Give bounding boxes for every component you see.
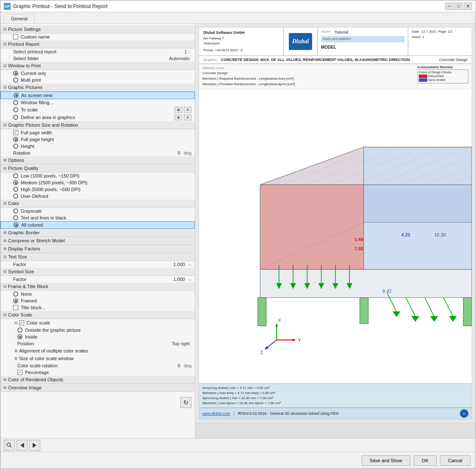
options-header[interactable]: ⊞ Options xyxy=(0,156,195,164)
minimize-button[interactable]: ─ xyxy=(445,3,454,10)
outside-radio[interactable] xyxy=(17,327,22,333)
color-rendered-header[interactable]: ⊞ Color of Rendered Objects xyxy=(0,376,195,384)
user-defined-radio[interactable] xyxy=(13,194,18,199)
to-scale-radio[interactable] xyxy=(13,107,18,112)
text-lines-item[interactable]: Text and lines in black xyxy=(0,214,195,221)
height-radio[interactable] xyxy=(13,144,18,149)
define-area-radio[interactable] xyxy=(13,115,18,120)
ok-button[interactable]: OK xyxy=(414,455,437,466)
picture-quality-header[interactable]: ⊟ Picture Quality xyxy=(0,164,195,172)
back-tool-button[interactable] xyxy=(17,440,28,451)
grayscale-label: Grayscale xyxy=(21,208,191,214)
text-size-header[interactable]: ⊟ Text Size xyxy=(0,253,195,261)
printout-report-header[interactable]: ⊟ Printout Report xyxy=(0,40,195,48)
medium-quality-radio[interactable] xyxy=(13,180,18,185)
color-scale-checkbox[interactable] xyxy=(19,320,24,325)
to-scale-item[interactable]: To scale ⊞ ✕ xyxy=(0,106,195,114)
full-page-width-checkbox[interactable] xyxy=(13,130,18,135)
title-block-item[interactable]: Title block... xyxy=(0,304,195,311)
graphic-section: Concrete Design xyxy=(439,58,468,62)
graphic-pictures-header[interactable]: ⊟ Graphic Pictures xyxy=(0,83,195,92)
full-page-height-radio[interactable] xyxy=(13,137,18,142)
close-button[interactable]: ✕ xyxy=(464,3,472,10)
low-quality-item[interactable]: Low (1000 pixels, ~150 DPI) xyxy=(0,172,195,179)
none-item[interactable]: None xyxy=(0,291,195,297)
refresh-button[interactable]: ↻ xyxy=(180,397,191,408)
alignment-item[interactable]: ⊞ Alignment of multiple color scales xyxy=(0,347,195,355)
inside-radio[interactable] xyxy=(17,334,22,339)
inside-item[interactable]: Inside xyxy=(0,333,195,340)
low-quality-radio[interactable] xyxy=(13,173,18,178)
color-scale-header[interactable]: ⊟ Color Scale xyxy=(0,311,195,319)
define-area-btn1[interactable]: ⊞ xyxy=(174,114,182,120)
sheet-label: Sheet xyxy=(412,35,421,40)
as-screen-view-item[interactable]: As screen view xyxy=(0,92,195,99)
color-header[interactable]: ⊟ Color xyxy=(0,200,195,208)
window-filling-item[interactable]: Window filling... xyxy=(0,99,195,106)
expand-icon: ⊟ xyxy=(2,283,8,289)
expand-icon: ⊟ xyxy=(2,312,8,318)
medium-quality-item[interactable]: Medium (2500 pixels, ~300 DPI) xyxy=(0,179,195,186)
framed-radio[interactable] xyxy=(13,298,18,303)
graphic-border-header[interactable]: ⊞ Graphic Border xyxy=(0,229,195,237)
grayscale-radio[interactable] xyxy=(13,208,18,214)
text-factor-label: Factor xyxy=(13,262,173,267)
tab-general[interactable]: General xyxy=(4,14,35,23)
visibility-item2: Members | Required Reinforcement - Longi… xyxy=(202,76,418,82)
high-quality-radio[interactable] xyxy=(13,187,18,192)
graphic-pictures-label: Graphic Pictures xyxy=(8,85,193,90)
to-scale-btn2[interactable]: ✕ xyxy=(184,107,191,113)
multi-print-radio[interactable] xyxy=(13,78,18,83)
picture-quality-group: ⊟ Picture Quality Low (1000 pixels, ~150… xyxy=(0,164,195,200)
color-scale-item[interactable]: ⊟ Color scale xyxy=(0,319,195,327)
high-quality-item[interactable]: High (5000 pixels, ~600 DPI) xyxy=(0,186,195,193)
picture-settings-header[interactable]: ⊟ Picture Settings xyxy=(0,25,195,33)
status-software: RFEM 6.02.0016 - General 3D structures s… xyxy=(238,411,338,416)
search-tool-button[interactable] xyxy=(4,440,15,451)
grayscale-item[interactable]: Grayscale xyxy=(0,208,195,214)
height-item[interactable]: Height xyxy=(0,143,195,150)
text-lines-radio[interactable] xyxy=(13,215,18,220)
legend-subtitle: Colors of Design Checks xyxy=(419,71,467,74)
forward-tool-button[interactable] xyxy=(29,440,40,451)
multi-print-item[interactable]: Multi print xyxy=(0,77,195,83)
full-page-height-item[interactable]: Full page height xyxy=(0,136,195,143)
all-colored-item[interactable]: All colored xyxy=(0,221,195,229)
frame-title-header[interactable]: ⊟ Frame & Title Block xyxy=(0,283,195,291)
none-radio[interactable] xyxy=(13,291,18,297)
compress-stretch-header[interactable]: ⊞ Compress or Stretch Model xyxy=(0,237,195,245)
define-area-item[interactable]: Define an area in graphics ⊞ ✕ xyxy=(0,114,195,121)
full-page-width-item[interactable]: Full page width xyxy=(0,129,195,136)
title-block-checkbox[interactable] xyxy=(13,305,18,310)
maximize-button[interactable]: □ xyxy=(454,3,463,10)
percentage-item[interactable]: Percentage xyxy=(0,369,195,376)
window-filling-radio[interactable] xyxy=(13,100,18,105)
all-colored-label: All colored xyxy=(21,222,191,228)
window-to-print-header[interactable]: ⊟ Window to Print xyxy=(0,62,195,70)
size-item[interactable]: ⊞ Size of color scale window xyxy=(0,355,195,362)
all-colored-radio[interactable] xyxy=(14,222,19,228)
cancel-button[interactable]: Cancel xyxy=(440,455,470,466)
user-defined-item[interactable]: User-Defined xyxy=(0,193,195,200)
to-scale-btn1[interactable]: ⊞ xyxy=(174,107,182,113)
symbol-factor-value: 1.000 xyxy=(173,277,187,282)
save-and-show-button[interactable]: Save and Show xyxy=(362,455,410,466)
define-area-btn2[interactable]: ✕ xyxy=(184,114,191,120)
svg-rect-64 xyxy=(33,443,33,447)
expand-icon: ⊟ xyxy=(2,41,8,47)
cs-rotation-unit: deg xyxy=(184,363,191,368)
overview-image-header[interactable]: ⊞ Overview Image xyxy=(0,384,195,392)
outside-item[interactable]: Outside the graphic picture xyxy=(0,327,195,333)
as-screen-view-radio[interactable] xyxy=(14,93,19,98)
framed-item[interactable]: Framed xyxy=(0,297,195,304)
select-report-value: 1 - xyxy=(184,49,191,54)
symbol-size-header[interactable]: ⊟ Symbol Size xyxy=(0,268,195,276)
current-only-item[interactable]: Current only xyxy=(0,70,195,77)
size-rotation-header[interactable]: ⊟ Graphic Picture Size and Rotation xyxy=(0,121,195,129)
custom-name-item[interactable]: Custom name xyxy=(0,33,195,40)
date-value: 12.7.2021 xyxy=(421,29,437,35)
percentage-checkbox[interactable] xyxy=(17,370,22,375)
current-only-radio[interactable] xyxy=(13,71,18,76)
display-factors-header[interactable]: ⊞ Display Factors xyxy=(0,245,195,253)
custom-name-checkbox[interactable] xyxy=(13,34,18,39)
